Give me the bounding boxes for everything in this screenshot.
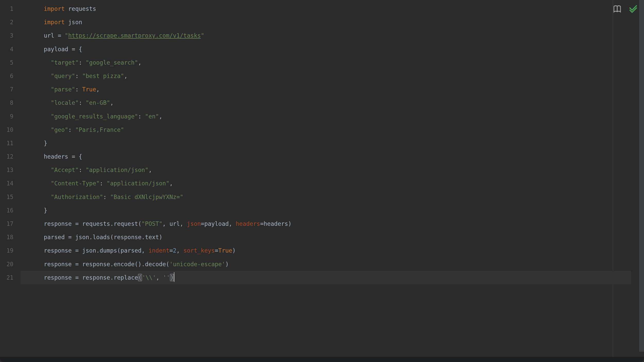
token-id: response.replace bbox=[79, 274, 138, 281]
token-str: '' bbox=[163, 274, 170, 281]
token-str: "Authorization" bbox=[51, 194, 103, 200]
token-op: = bbox=[215, 247, 218, 254]
line-number: 6 bbox=[0, 69, 21, 83]
code-area[interactable]: import requestsimport jsonurl = "https:/… bbox=[21, 0, 644, 357]
token-str: " bbox=[201, 32, 205, 39]
vertical-scrollbar[interactable] bbox=[639, 0, 644, 352]
token-op: , bbox=[138, 59, 142, 66]
token-str: "best pizza" bbox=[82, 73, 124, 79]
text-caret bbox=[174, 272, 174, 282]
token-str: "locale" bbox=[51, 99, 79, 106]
token-op: , bbox=[163, 220, 170, 227]
token-op: , bbox=[141, 247, 148, 254]
code-line[interactable]: parsed = json.loads(response.text) bbox=[44, 230, 644, 244]
token-id: response bbox=[44, 261, 75, 268]
token-id: parsed bbox=[44, 234, 68, 240]
token-id bbox=[44, 99, 51, 106]
token-str: "en-GB" bbox=[86, 99, 110, 106]
code-line[interactable]: response = response.encode().decode('uni… bbox=[44, 257, 644, 271]
token-str: '\\' bbox=[142, 274, 156, 281]
reader-mode-icon[interactable] bbox=[613, 5, 622, 15]
token-id bbox=[44, 86, 51, 93]
token-param: json bbox=[187, 220, 201, 227]
token-op: = bbox=[72, 46, 75, 53]
editor-top-icons bbox=[613, 5, 638, 15]
code-line[interactable]: "Accept": "application/json", bbox=[44, 163, 644, 177]
token-op: , bbox=[229, 220, 236, 227]
code-line[interactable]: "geo": "Paris,France" bbox=[44, 123, 644, 136]
token-op: = bbox=[75, 274, 79, 281]
token-str: "Accept" bbox=[51, 167, 79, 173]
token-str: "en" bbox=[145, 113, 159, 120]
code-line[interactable]: "target": "google_search", bbox=[44, 56, 644, 69]
token-url: https://scrape.smartproxy.com/v1/tasks bbox=[68, 32, 201, 39]
token-id: payload bbox=[44, 46, 72, 53]
token-op: , bbox=[170, 180, 173, 187]
code-line[interactable]: "Content-Type": "application/json", bbox=[44, 177, 644, 190]
code-line[interactable]: } bbox=[44, 204, 644, 217]
token-id: headers bbox=[44, 153, 72, 160]
token-op: : bbox=[79, 99, 86, 106]
line-number: 19 bbox=[0, 244, 21, 257]
line-number: 4 bbox=[0, 42, 21, 56]
code-line[interactable]: response = response.replace('\\', '') bbox=[21, 271, 631, 284]
token-id bbox=[44, 126, 51, 133]
line-number: 17 bbox=[0, 217, 21, 230]
token-id: url bbox=[44, 32, 58, 39]
code-line[interactable]: payload = { bbox=[44, 42, 644, 56]
token-id: requests.request( bbox=[79, 220, 141, 227]
token-str: "Content-Type" bbox=[51, 180, 100, 187]
inspection-ok-icon[interactable] bbox=[629, 5, 638, 15]
code-line[interactable]: headers = { bbox=[44, 150, 644, 163]
code-line[interactable]: "google_results_language": "en", bbox=[44, 110, 644, 123]
line-number-gutter: 123456789101112131415161718192021 bbox=[0, 0, 21, 357]
code-line[interactable]: "locale": "en-GB", bbox=[44, 96, 644, 109]
token-op: , bbox=[110, 99, 114, 106]
line-number: 9 bbox=[0, 110, 21, 123]
code-line[interactable]: "Authorization": "Basic dXNlcjpwYXNz=" bbox=[44, 190, 644, 204]
code-line[interactable]: response = requests.request("POST", url,… bbox=[44, 217, 644, 230]
token-bm: ( bbox=[138, 274, 142, 281]
line-number: 18 bbox=[0, 230, 21, 244]
token-id: response bbox=[44, 247, 75, 254]
code-line[interactable]: url = "https://scrape.smartproxy.com/v1/… bbox=[44, 29, 644, 42]
code-line[interactable]: import requests bbox=[44, 2, 644, 15]
token-id: json.dumps(parsed bbox=[79, 247, 141, 254]
token-id bbox=[44, 59, 51, 66]
line-number: 20 bbox=[0, 257, 21, 271]
code-line[interactable]: response = json.dumps(parsed, indent=2, … bbox=[44, 244, 644, 257]
token-str: " bbox=[65, 32, 68, 39]
line-number: 1 bbox=[0, 2, 21, 15]
token-id bbox=[44, 180, 51, 187]
token-id: requests bbox=[65, 5, 96, 12]
token-op: : bbox=[138, 113, 145, 120]
token-str: "application/json" bbox=[107, 180, 170, 187]
token-id: ) bbox=[232, 247, 236, 254]
code-line[interactable]: } bbox=[44, 136, 644, 150]
token-id: json bbox=[65, 19, 82, 25]
token-str: 'unicode-escape' bbox=[170, 261, 225, 268]
token-op: = bbox=[72, 153, 75, 160]
line-number: 5 bbox=[0, 56, 21, 69]
token-op: = bbox=[75, 261, 79, 268]
editor-bottom-bar bbox=[0, 357, 644, 362]
token-param: sort_keys bbox=[183, 247, 215, 254]
line-number: 15 bbox=[0, 190, 21, 204]
token-op: , bbox=[96, 86, 100, 93]
line-number: 12 bbox=[0, 150, 21, 163]
token-kw: True bbox=[218, 247, 232, 254]
code-line[interactable]: "parse": True, bbox=[44, 83, 644, 96]
token-id bbox=[44, 73, 51, 79]
token-op: , bbox=[176, 247, 183, 254]
token-id: } bbox=[44, 207, 47, 214]
code-line[interactable]: "query": "best pizza", bbox=[44, 69, 644, 83]
token-id: { bbox=[75, 153, 82, 160]
line-number: 10 bbox=[0, 123, 21, 136]
code-editor[interactable]: 123456789101112131415161718192021 import… bbox=[0, 0, 644, 357]
code-line[interactable]: import json bbox=[44, 15, 644, 29]
line-number: 8 bbox=[0, 96, 21, 109]
token-id bbox=[44, 194, 51, 200]
line-number: 7 bbox=[0, 83, 21, 96]
token-kw: import bbox=[44, 5, 65, 12]
token-kw: True bbox=[82, 86, 96, 93]
